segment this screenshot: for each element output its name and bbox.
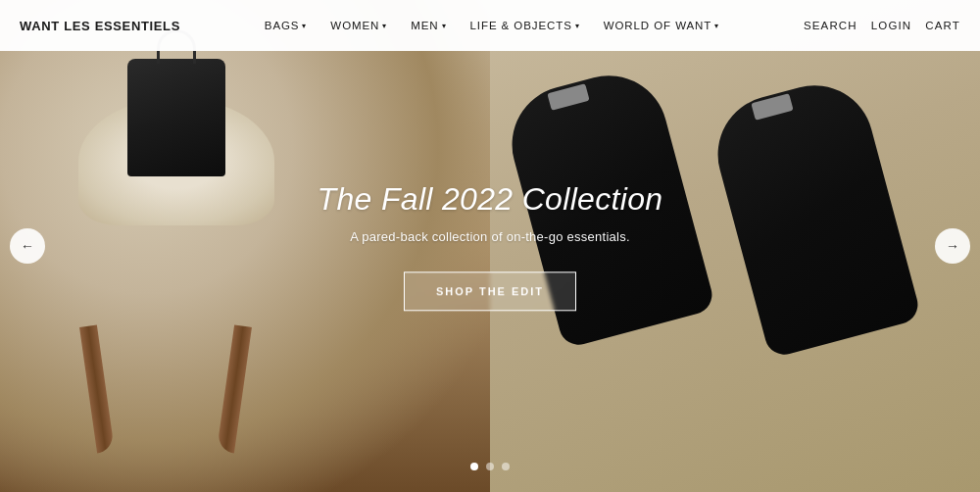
chevron-down-icon: ▾ [382,22,387,30]
nav-item-men[interactable]: MEN ▾ [401,14,456,37]
carousel-next-button[interactable]: → [935,228,970,264]
nav-item-women[interactable]: WOMEN ▾ [320,14,397,37]
hero-section: The Fall 2022 Collection A pared-back co… [0,0,980,492]
nav-item-life[interactable]: LIFE & OBJECTS ▾ [461,14,590,37]
bag-image [127,59,225,176]
brand-logo[interactable]: WANT LES ESSENTIELS [20,19,180,33]
nav-link-women[interactable]: WOMEN ▾ [320,14,397,37]
carousel-dot-3[interactable] [502,463,510,470]
arrow-right-icon: → [946,238,959,254]
chevron-down-icon: ▾ [442,22,447,30]
hero-title: The Fall 2022 Collection [284,180,696,218]
carousel-dot-1[interactable] [470,463,478,470]
chevron-down-icon: ▾ [714,22,719,30]
shop-the-edit-button[interactable]: SHOP THE EDIT [404,272,576,312]
nav-link-men[interactable]: MEN ▾ [401,14,456,37]
search-button[interactable]: SEARCH [804,20,858,31]
hero-overlay: The Fall 2022 Collection A pared-back co… [284,180,696,311]
arrow-left-icon: ← [21,238,34,254]
nav-link-world[interactable]: WORLD OF WANT ▾ [594,14,729,37]
nav-links: BAGS ▾ WOMEN ▾ MEN ▾ LIFE & OBJECTS ▾ WO [255,14,729,37]
carousel-dots [470,463,510,470]
cart-button[interactable]: CART [925,20,960,31]
nav-actions: SEARCH LOGIN CART [804,20,960,31]
nav-item-bags[interactable]: BAGS ▾ [255,14,318,37]
carousel-prev-button[interactable]: ← [10,228,45,264]
navbar: WANT LES ESSENTIELS BAGS ▾ WOMEN ▾ MEN ▾… [0,0,980,51]
chevron-down-icon: ▾ [575,22,580,30]
hero-subtitle: A pared-back collection of on-the-go ess… [284,230,696,245]
login-button[interactable]: LOGIN [871,20,912,31]
nav-link-life[interactable]: LIFE & OBJECTS ▾ [461,14,590,37]
nav-link-bags[interactable]: BAGS ▾ [255,14,318,37]
chevron-down-icon: ▾ [302,22,307,30]
carousel-dot-2[interactable] [486,463,494,470]
nav-item-world[interactable]: WORLD OF WANT ▾ [594,14,729,37]
